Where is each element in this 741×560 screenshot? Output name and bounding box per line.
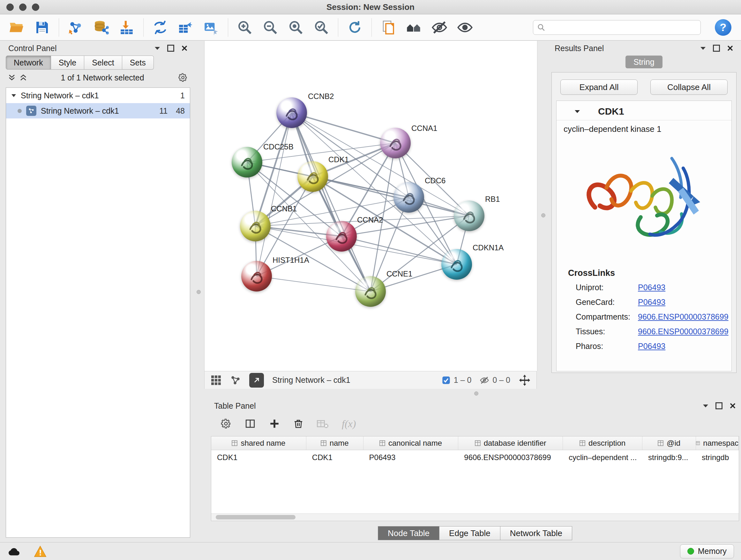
network-node-hist1h1a[interactable] [241, 261, 272, 292]
minimize-window-button[interactable] [19, 3, 26, 11]
memory-button[interactable]: Memory [680, 544, 734, 558]
crosslink-url[interactable]: 9606.ENSP00000378699 [638, 312, 729, 321]
delete-column-icon[interactable] [293, 418, 304, 429]
close-window-button[interactable] [6, 3, 14, 11]
node-label: HIST1H1A [273, 256, 309, 265]
column-header[interactable]: description [563, 436, 643, 450]
tab-style[interactable]: Style [51, 56, 84, 70]
detach-view-button[interactable] [249, 373, 264, 388]
scrollbar-thumb[interactable] [216, 515, 295, 519]
network-canvas[interactable]: CCNB2 CCNA1 CDC25B CDK1 CDC6 RB1 CCNB1 C… [204, 41, 537, 371]
tab-sets[interactable]: Sets [122, 56, 154, 70]
crosslinks-title: CrossLinks [556, 263, 731, 280]
node-structure-thumbnail [326, 221, 357, 252]
close-panel-icon[interactable] [181, 45, 188, 51]
column-header[interactable]: @id [643, 436, 696, 450]
close-panel-icon[interactable] [730, 402, 736, 409]
network-node-cdc6[interactable] [394, 182, 424, 212]
network-node-ccnb2[interactable] [276, 98, 307, 128]
network-node-ccna2[interactable] [326, 221, 357, 252]
network-node-rb1[interactable] [454, 200, 484, 231]
pan-move-icon[interactable] [519, 374, 531, 386]
new-network-icon[interactable] [151, 18, 169, 37]
export-table-icon[interactable] [177, 18, 195, 37]
network-options-gear-icon[interactable] [178, 73, 188, 82]
table-row[interactable]: CDK1CDK1P064939606.ENSP00000378699cyclin… [211, 450, 739, 465]
collapse-all-icon[interactable] [8, 74, 15, 81]
tab-string-results[interactable]: String [625, 56, 663, 68]
network-node-cdc25b[interactable] [232, 147, 262, 178]
splitter-handle[interactable] [197, 290, 201, 294]
network-edge[interactable] [292, 113, 370, 292]
crosslink-url[interactable]: P06493 [638, 298, 665, 307]
network-edge[interactable] [313, 177, 469, 216]
float-panel-icon[interactable] [716, 402, 723, 409]
show-all-icon[interactable] [456, 18, 474, 37]
selected-checkbox-icon [442, 376, 451, 385]
neighborhood-icon[interactable] [405, 18, 423, 37]
network-node-ccna1[interactable] [380, 128, 411, 159]
cloud-icon[interactable] [7, 546, 21, 557]
network-node-ccnb1[interactable] [240, 211, 271, 241]
network-collection-row[interactable]: String Network – cdk1 1 [6, 88, 190, 103]
panel-menu-icon[interactable] [154, 46, 160, 50]
import-network-file-icon[interactable] [67, 18, 84, 37]
add-column-icon[interactable] [269, 418, 280, 429]
panel-menu-icon[interactable] [700, 46, 706, 50]
network-node-cdk1[interactable] [297, 161, 328, 192]
crosslink-url[interactable]: P06493 [638, 283, 665, 292]
splitter-handle[interactable] [541, 213, 545, 217]
collapse-all-button[interactable]: Collapse All [650, 79, 728, 95]
expand-all-button[interactable]: Expand All [560, 79, 637, 95]
crosslink-url[interactable]: P06493 [638, 341, 665, 351]
tab-node-table[interactable]: Node Table [378, 526, 440, 540]
column-header[interactable]: namespac [696, 436, 739, 450]
window-titlebar: Session: New Session [0, 0, 741, 14]
close-panel-icon[interactable] [727, 45, 733, 51]
column-header[interactable]: shared name [211, 436, 307, 450]
save-session-icon[interactable] [33, 18, 51, 37]
tab-edge-table[interactable]: Edge Table [440, 526, 500, 540]
birdseye-view-icon[interactable] [230, 375, 241, 386]
show-columns-icon[interactable] [245, 418, 256, 429]
tree-expand-caret-icon[interactable] [11, 94, 16, 98]
grid-view-icon[interactable] [210, 374, 222, 386]
tab-network-table[interactable]: Network Table [500, 526, 572, 540]
column-header[interactable]: canonical name [363, 436, 459, 450]
warning-icon[interactable] [34, 546, 47, 557]
panel-menu-icon[interactable] [703, 404, 709, 408]
search-input[interactable] [549, 23, 690, 32]
export-image-icon[interactable] [202, 18, 220, 37]
open-session-icon[interactable] [8, 18, 25, 37]
network-node-ccne1[interactable] [355, 276, 386, 307]
zoom-fit-icon[interactable] [287, 18, 305, 37]
network-row[interactable]: String Network – cdk1 11 48 [6, 103, 190, 118]
help-button[interactable]: ? [715, 19, 731, 36]
zoom-in-icon[interactable] [236, 18, 254, 37]
column-header[interactable]: name [307, 436, 363, 450]
zoom-out-icon[interactable] [261, 18, 279, 37]
delete-table-icon [317, 418, 328, 429]
tab-select[interactable]: Select [84, 56, 122, 70]
horizontal-scrollbar[interactable] [211, 513, 739, 521]
float-panel-icon[interactable] [713, 45, 720, 52]
zoom-selected-icon[interactable] [313, 18, 330, 37]
tab-network[interactable]: Network [6, 56, 51, 70]
copy-document-icon[interactable] [380, 18, 397, 37]
import-table-icon[interactable] [118, 18, 136, 37]
network-node-cdkn1a[interactable] [441, 249, 472, 280]
gene-collapse-caret-icon[interactable] [575, 110, 580, 113]
network-edge[interactable] [257, 276, 370, 292]
expand-all-icon[interactable] [20, 74, 27, 81]
splitter-handle[interactable] [474, 391, 478, 395]
network-edge[interactable] [257, 113, 292, 276]
hide-selected-icon[interactable] [430, 18, 448, 37]
table-options-gear-icon[interactable] [220, 418, 231, 429]
float-panel-icon[interactable] [167, 45, 174, 52]
zoom-window-button[interactable] [32, 3, 39, 11]
column-header[interactable]: database identifier [458, 436, 563, 450]
crosslink-url[interactable]: 9606.ENSP00000378699 [638, 327, 729, 336]
refresh-icon[interactable] [346, 18, 364, 37]
import-network-database-icon[interactable] [92, 18, 110, 37]
gene-result-card: CDK1 cyclin–dependent kinase 1 CrossLink… [556, 101, 732, 371]
